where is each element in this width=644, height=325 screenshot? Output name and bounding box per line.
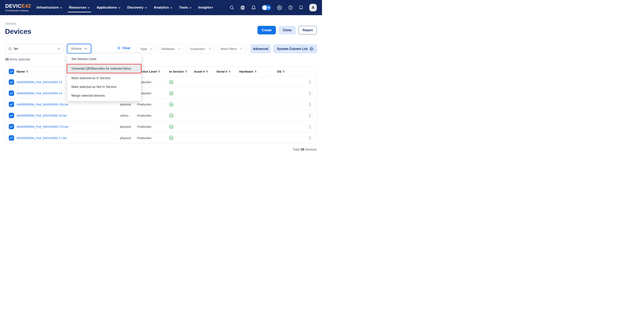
- notifications-bell-icon[interactable]: [251, 5, 256, 10]
- column-header-in-service[interactable]: In Service⇅: [169, 70, 194, 73]
- column-header-service-level[interactable]: Service Level⇅: [137, 70, 169, 73]
- create-button[interactable]: Create: [258, 26, 276, 34]
- search-box: [5, 44, 63, 53]
- in-service-check-icon: [169, 124, 174, 129]
- chevron-down-icon: [150, 48, 152, 50]
- logo-tagline: A Freshworks Company: [5, 9, 31, 12]
- search-icon: [8, 47, 12, 51]
- device-name-link[interactable]: 4A85000EB6_Pod_945104500-17.lan: [16, 136, 120, 140]
- row-menu-kebab[interactable]: ⋮: [308, 114, 312, 117]
- table-row: 4A85000EB6_Pod_945104500-175.lan physica…: [5, 121, 317, 132]
- menu-item-mark-not-in-service[interactable]: Mark selected as Not In Service: [67, 82, 141, 91]
- row-menu-kebab[interactable]: ⋮: [308, 91, 312, 95]
- menu-insights[interactable]: Insights+: [198, 3, 213, 11]
- column-header-hardware[interactable]: Hardware⇅: [239, 70, 277, 73]
- row-menu-kebab[interactable]: ⋮: [308, 102, 312, 106]
- menu-item-set-service-level[interactable]: Set Service Level: [67, 55, 141, 63]
- menu-item-merge-selected-devices[interactable]: Merge selected devices: [67, 91, 141, 100]
- row-checkbox[interactable]: [9, 79, 14, 85]
- device-name-link[interactable]: 4A85000EB6_Pod_945104500-16.lan: [16, 114, 120, 117]
- menu-item-mark-in-service[interactable]: Mark selected as In Service: [67, 74, 141, 82]
- row-menu-kebab[interactable]: ⋮: [308, 125, 312, 128]
- sort-icon: ⇅: [185, 70, 187, 73]
- menu-applications[interactable]: Applications: [96, 3, 120, 11]
- sun-icon: [268, 6, 270, 9]
- check-icon: [10, 103, 13, 106]
- search-icon[interactable]: [230, 5, 234, 10]
- theme-toggle[interactable]: [262, 5, 271, 10]
- selection-count-number: 38: [5, 58, 9, 61]
- table-row: 4A85000EB6_Pod_945104500-17.lan physical…: [5, 132, 317, 143]
- filter-hardware[interactable]: Hardware: [158, 44, 184, 53]
- report-button[interactable]: Report: [298, 26, 317, 34]
- system-column-list-button[interactable]: System Column List: [273, 44, 317, 53]
- chevron-down-icon: [60, 7, 62, 8]
- actions-dropdown-button[interactable]: Actions: [67, 44, 91, 53]
- table-header: Name⇅ Type⇅ Service Level⇅ In Service⇅ A…: [5, 67, 317, 77]
- menu-infrastructure[interactable]: Infrastructure: [36, 3, 62, 11]
- breadcrumb[interactable]: Devices: [5, 22, 16, 25]
- column-header-os[interactable]: OS⇅: [277, 70, 303, 73]
- row-menu-kebab[interactable]: ⋮: [308, 80, 312, 84]
- sort-icon: ⇅: [228, 70, 231, 73]
- service-level: Production: [137, 91, 169, 95]
- clear-selection-button[interactable]: Clear: [118, 46, 130, 50]
- menu-item-generate-qr-barcodes[interactable]: Generate QR/Barcodes for selected Items: [67, 64, 142, 73]
- menu-label: Applications: [96, 5, 117, 9]
- filter-customers[interactable]: Customers: [187, 44, 214, 53]
- row-checkbox[interactable]: [9, 102, 14, 107]
- globe-icon[interactable]: [240, 5, 245, 10]
- device-name-link[interactable]: 4A85000EB6_Pod_945104500-159.lan: [16, 103, 120, 106]
- devices-page: DEVICE42 A Freshworks Company Infrastruc…: [0, 0, 322, 162]
- check-icon: [10, 70, 13, 73]
- search-input[interactable]: [14, 47, 55, 50]
- chevron-down-icon: [240, 48, 242, 50]
- clone-button[interactable]: Clone: [278, 26, 296, 34]
- row-checkbox[interactable]: [9, 113, 14, 118]
- row-menu-kebab[interactable]: ⋮: [308, 136, 312, 140]
- device-type: unkno...: [120, 114, 137, 117]
- chevron-down-icon: [208, 48, 211, 50]
- column-header-asset[interactable]: Asset #⇅: [194, 70, 216, 73]
- row-checkbox[interactable]: [9, 124, 14, 129]
- row-checkbox[interactable]: [9, 90, 14, 96]
- check-icon: [10, 137, 13, 139]
- clear-label: Clear: [122, 46, 130, 50]
- service-level: Production: [137, 80, 169, 84]
- filter-label: Hardware: [162, 47, 175, 51]
- device42-logo[interactable]: DEVICE42 A Freshworks Company: [5, 3, 31, 12]
- device-name-link[interactable]: 4A85000EB6_Pod_945104500-175.lan: [16, 125, 120, 128]
- menu-resources[interactable]: Resources: [69, 3, 90, 11]
- advanced-button[interactable]: Advanced: [250, 44, 271, 53]
- in-service-check-icon: [169, 113, 174, 118]
- chevron-down-icon: [118, 7, 120, 8]
- menu-analytics[interactable]: Analytics: [154, 3, 172, 11]
- settings-gear-icon[interactable]: [277, 5, 282, 10]
- clear-search-icon[interactable]: [57, 47, 60, 50]
- check-icon: [10, 92, 13, 94]
- filter-type[interactable]: Type: [137, 44, 156, 53]
- bookmark-icon[interactable]: [299, 5, 303, 10]
- help-icon[interactable]: [288, 5, 293, 10]
- in-service-check-icon: [169, 91, 174, 95]
- select-all-checkbox[interactable]: [9, 69, 14, 74]
- sort-icon: ⇅: [26, 70, 28, 73]
- user-avatar[interactable]: A: [309, 4, 317, 11]
- column-header-serial[interactable]: Serial #⇅: [216, 70, 239, 73]
- menu-tools[interactable]: Tools: [179, 3, 192, 11]
- page-title: Devices: [5, 27, 31, 35]
- device-type: physical: [120, 125, 137, 128]
- gear-icon: [310, 47, 313, 51]
- toggle-knob: [262, 5, 267, 10]
- table-row: 4A85000EB6_Pod_945104500-159.lan physica…: [5, 99, 317, 110]
- menu-label: Insights+: [198, 5, 213, 9]
- check-icon: [10, 81, 13, 83]
- chevron-down-icon: [189, 7, 192, 8]
- row-checkbox[interactable]: [9, 135, 14, 141]
- filter-more-filters[interactable]: More Filters: [217, 44, 246, 53]
- chevron-down-icon: [88, 7, 90, 8]
- sort-icon: ⇅: [158, 70, 160, 73]
- sort-icon: ⇅: [254, 70, 257, 73]
- total-devices: Total 38 Devices: [293, 148, 317, 151]
- menu-discovery[interactable]: Discovery: [127, 3, 147, 11]
